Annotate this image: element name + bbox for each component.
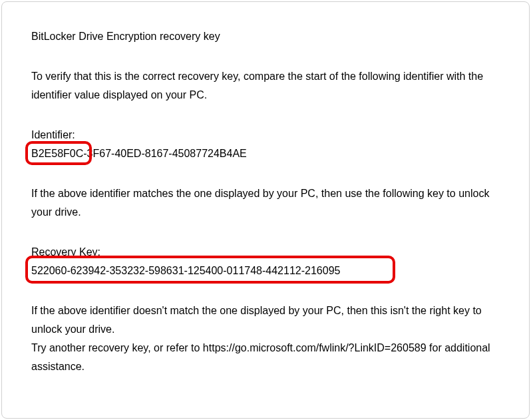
assistance-text: Try another recovery key, or refer to ht… <box>31 339 500 376</box>
identifier-value: B2E58F0C-3F67-40ED-8167-45087724B4AE <box>31 148 247 159</box>
recovery-key-document: BitLocker Drive Encryption recovery key … <box>1 1 530 419</box>
identifier-value-row: B2E58F0C-3F67-40ED-8167-45087724B4AE <box>31 144 500 163</box>
verify-instructions: To verify that this is the correct recov… <box>31 67 500 105</box>
match-instructions: If the above identifier matches the one … <box>31 184 500 222</box>
no-match-text: If the above identifier doesn't match th… <box>31 302 500 339</box>
recovery-key-value-row: 522060-623942-353232-598631-125400-01174… <box>31 262 500 280</box>
footer-instructions: If the above identifier doesn't match th… <box>31 302 500 376</box>
recovery-key-label: Recovery Key: <box>31 243 500 262</box>
identifier-label: Identifier: <box>31 126 500 144</box>
document-title: BitLocker Drive Encryption recovery key <box>31 27 500 46</box>
recovery-key-value: 522060-623942-353232-598631-125400-01174… <box>31 265 340 276</box>
